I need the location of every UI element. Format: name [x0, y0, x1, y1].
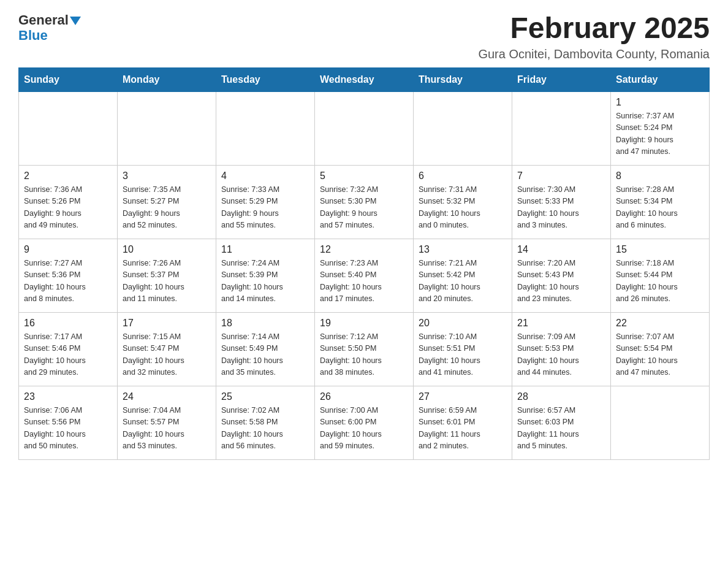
day-info: Sunrise: 6:57 AMSunset: 6:03 PMDaylight:… [517, 405, 605, 453]
location-subtitle: Gura Ocnitei, Dambovita County, Romania [478, 47, 710, 61]
day-number: 13 [419, 244, 507, 255]
calendar-week-row: 2Sunrise: 7:36 AMSunset: 5:26 PMDaylight… [19, 165, 710, 239]
calendar-cell: 3Sunrise: 7:35 AMSunset: 5:27 PMDaylight… [118, 165, 216, 239]
weekday-header-tuesday: Tuesday [216, 67, 315, 91]
day-info: Sunrise: 7:04 AMSunset: 5:57 PMDaylight:… [123, 405, 211, 453]
calendar-cell: 1Sunrise: 7:37 AMSunset: 5:24 PMDaylight… [611, 91, 710, 165]
calendar-cell [414, 91, 512, 165]
calendar-cell: 4Sunrise: 7:33 AMSunset: 5:29 PMDaylight… [216, 165, 315, 239]
weekday-header-monday: Monday [118, 67, 216, 91]
month-title: February 2025 [478, 12, 710, 45]
calendar-cell: 20Sunrise: 7:10 AMSunset: 5:51 PMDayligh… [414, 312, 512, 386]
day-number: 1 [616, 97, 704, 108]
day-number: 26 [320, 391, 408, 402]
logo-general: General [18, 12, 69, 28]
day-info: Sunrise: 7:00 AMSunset: 6:00 PMDaylight:… [320, 405, 408, 453]
day-info: Sunrise: 7:33 AMSunset: 5:29 PMDaylight:… [221, 184, 309, 232]
logo-text: General Blue [18, 12, 81, 44]
day-info: Sunrise: 7:27 AMSunset: 5:36 PMDaylight:… [24, 258, 112, 305]
calendar-cell: 22Sunrise: 7:07 AMSunset: 5:54 PMDayligh… [611, 312, 710, 386]
day-number: 17 [123, 318, 211, 329]
calendar-cell: 21Sunrise: 7:09 AMSunset: 5:53 PMDayligh… [512, 312, 611, 386]
calendar-cell: 6Sunrise: 7:31 AMSunset: 5:32 PMDaylight… [414, 165, 512, 239]
title-area: February 2025 Gura Ocnitei, Dambovita Co… [478, 12, 710, 61]
calendar-cell: 16Sunrise: 7:17 AMSunset: 5:46 PMDayligh… [19, 312, 118, 386]
calendar-cell: 8Sunrise: 7:28 AMSunset: 5:34 PMDaylight… [611, 165, 710, 239]
weekday-header-saturday: Saturday [611, 67, 710, 91]
day-info: Sunrise: 7:21 AMSunset: 5:42 PMDaylight:… [419, 258, 507, 305]
day-number: 2 [24, 170, 112, 182]
day-number: 8 [616, 170, 704, 182]
calendar-cell: 28Sunrise: 6:57 AMSunset: 6:03 PMDayligh… [512, 386, 611, 459]
day-info: Sunrise: 7:37 AMSunset: 5:24 PMDaylight:… [616, 110, 704, 158]
day-number: 7 [517, 170, 605, 182]
calendar-cell: 17Sunrise: 7:15 AMSunset: 5:47 PMDayligh… [118, 312, 216, 386]
day-number: 24 [123, 391, 211, 402]
day-info: Sunrise: 7:18 AMSunset: 5:44 PMDaylight:… [616, 258, 704, 305]
day-info: Sunrise: 7:30 AMSunset: 5:33 PMDaylight:… [517, 184, 605, 232]
calendar-cell: 9Sunrise: 7:27 AMSunset: 5:36 PMDaylight… [19, 239, 118, 312]
day-info: Sunrise: 7:14 AMSunset: 5:49 PMDaylight:… [221, 331, 309, 379]
calendar-cell: 7Sunrise: 7:30 AMSunset: 5:33 PMDaylight… [512, 165, 611, 239]
weekday-header-friday: Friday [512, 67, 611, 91]
day-info: Sunrise: 7:17 AMSunset: 5:46 PMDaylight:… [24, 331, 112, 379]
calendar-cell: 26Sunrise: 7:00 AMSunset: 6:00 PMDayligh… [315, 386, 414, 459]
day-info: Sunrise: 7:36 AMSunset: 5:26 PMDaylight:… [24, 184, 112, 232]
calendar-week-row: 16Sunrise: 7:17 AMSunset: 5:46 PMDayligh… [19, 312, 710, 386]
logo-blue: Blue [18, 28, 48, 43]
day-info: Sunrise: 7:02 AMSunset: 5:58 PMDaylight:… [221, 405, 309, 453]
day-number: 4 [221, 170, 309, 182]
day-number: 10 [123, 244, 211, 255]
calendar-cell: 13Sunrise: 7:21 AMSunset: 5:42 PMDayligh… [414, 239, 512, 312]
calendar-cell: 14Sunrise: 7:20 AMSunset: 5:43 PMDayligh… [512, 239, 611, 312]
day-number: 19 [320, 318, 408, 329]
day-number: 5 [320, 170, 408, 182]
day-number: 11 [221, 244, 309, 255]
calendar-cell [19, 91, 118, 165]
day-info: Sunrise: 7:23 AMSunset: 5:40 PMDaylight:… [320, 258, 408, 305]
day-info: Sunrise: 7:20 AMSunset: 5:43 PMDaylight:… [517, 258, 605, 305]
calendar-cell: 19Sunrise: 7:12 AMSunset: 5:50 PMDayligh… [315, 312, 414, 386]
calendar-cell: 12Sunrise: 7:23 AMSunset: 5:40 PMDayligh… [315, 239, 414, 312]
day-info: Sunrise: 7:09 AMSunset: 5:53 PMDaylight:… [517, 331, 605, 379]
day-number: 27 [419, 391, 507, 402]
day-number: 28 [517, 391, 605, 402]
day-info: Sunrise: 7:26 AMSunset: 5:37 PMDaylight:… [123, 258, 211, 305]
day-info: Sunrise: 6:59 AMSunset: 6:01 PMDaylight:… [419, 405, 507, 453]
day-info: Sunrise: 7:15 AMSunset: 5:47 PMDaylight:… [123, 331, 211, 379]
day-number: 14 [517, 244, 605, 255]
day-info: Sunrise: 7:06 AMSunset: 5:56 PMDaylight:… [24, 405, 112, 453]
calendar-cell: 10Sunrise: 7:26 AMSunset: 5:37 PMDayligh… [118, 239, 216, 312]
weekday-header-sunday: Sunday [19, 67, 118, 91]
calendar-cell [611, 386, 710, 459]
day-number: 16 [24, 318, 112, 329]
day-number: 15 [616, 244, 704, 255]
calendar-week-row: 1Sunrise: 7:37 AMSunset: 5:24 PMDaylight… [19, 91, 710, 165]
calendar-cell: 25Sunrise: 7:02 AMSunset: 5:58 PMDayligh… [216, 386, 315, 459]
day-info: Sunrise: 7:31 AMSunset: 5:32 PMDaylight:… [419, 184, 507, 232]
day-number: 18 [221, 318, 309, 329]
calendar-cell [118, 91, 216, 165]
day-info: Sunrise: 7:10 AMSunset: 5:51 PMDaylight:… [419, 331, 507, 379]
day-info: Sunrise: 7:24 AMSunset: 5:39 PMDaylight:… [221, 258, 309, 305]
day-number: 6 [419, 170, 507, 182]
calendar-week-row: 9Sunrise: 7:27 AMSunset: 5:36 PMDaylight… [19, 239, 710, 312]
day-info: Sunrise: 7:28 AMSunset: 5:34 PMDaylight:… [616, 184, 704, 232]
header: General Blue February 2025 Gura Ocnitei,… [18, 12, 710, 61]
logo-triangle-icon [70, 17, 81, 25]
day-number: 20 [419, 318, 507, 329]
calendar-table: SundayMondayTuesdayWednesdayThursdayFrid… [18, 67, 710, 460]
calendar-cell: 24Sunrise: 7:04 AMSunset: 5:57 PMDayligh… [118, 386, 216, 459]
weekday-header-row: SundayMondayTuesdayWednesdayThursdayFrid… [19, 67, 710, 91]
day-info: Sunrise: 7:12 AMSunset: 5:50 PMDaylight:… [320, 331, 408, 379]
svg-marker-0 [70, 17, 81, 25]
calendar-cell [512, 91, 611, 165]
calendar-cell: 15Sunrise: 7:18 AMSunset: 5:44 PMDayligh… [611, 239, 710, 312]
calendar-cell: 5Sunrise: 7:32 AMSunset: 5:30 PMDaylight… [315, 165, 414, 239]
logo: General Blue [18, 12, 81, 44]
day-number: 25 [221, 391, 309, 402]
weekday-header-wednesday: Wednesday [315, 67, 414, 91]
calendar-cell: 18Sunrise: 7:14 AMSunset: 5:49 PMDayligh… [216, 312, 315, 386]
day-info: Sunrise: 7:32 AMSunset: 5:30 PMDaylight:… [320, 184, 408, 232]
calendar-cell: 2Sunrise: 7:36 AMSunset: 5:26 PMDaylight… [19, 165, 118, 239]
